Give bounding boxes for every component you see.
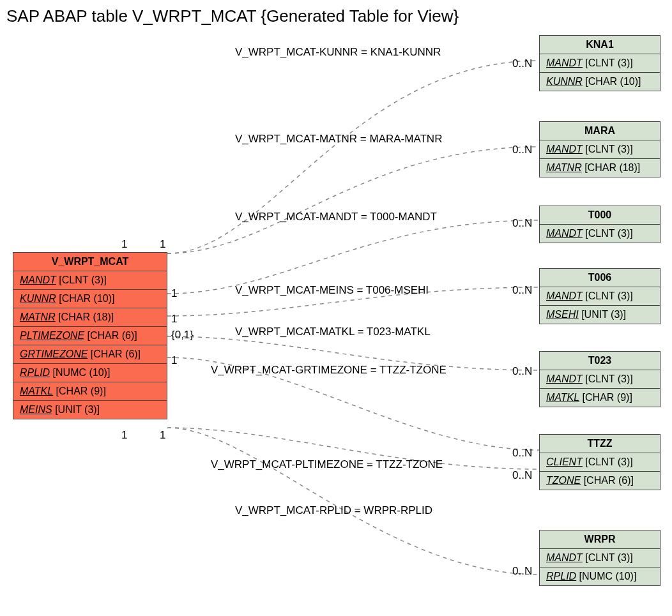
- relation-label: V_WRPT_MCAT-MANDT = T000-MANDT: [235, 211, 437, 223]
- relation-label: V_WRPT_MCAT-GRTIMEZONE = TTZZ-TZONE: [211, 364, 447, 377]
- entity-t000: T000 MANDT [CLNT (3)]: [539, 206, 661, 243]
- entity-t023: T023 MANDT [CLNT (3)] MATKL [CHAR (9)]: [539, 351, 661, 407]
- cardinality: 1: [121, 238, 127, 251]
- cardinality: 1: [171, 313, 177, 326]
- entity-field: MANDT [CLNT (3)]: [540, 287, 660, 306]
- entity-field: KUNNR [CHAR (10)]: [540, 73, 660, 91]
- entity-main-field: RPLID [NUMC (10)]: [13, 364, 167, 382]
- cardinality: 0..N: [512, 565, 532, 578]
- page-title: SAP ABAP table V_WRPT_MCAT {Generated Ta…: [6, 6, 459, 26]
- entity-ttzz: TTZZ CLIENT [CLNT (3)] TZONE [CHAR (6)]: [539, 434, 661, 490]
- cardinality: 1: [160, 238, 165, 251]
- cardinality: 1: [160, 429, 165, 442]
- relation-label: V_WRPT_MCAT-KUNNR = KNA1-KUNNR: [235, 46, 441, 59]
- entity-kna1: KNA1 MANDT [CLNT (3)] KUNNR [CHAR (10)]: [539, 35, 661, 91]
- entity-main-header: V_WRPT_MCAT: [13, 253, 167, 271]
- entity-field: RPLID [NUMC (10)]: [540, 567, 660, 585]
- entity-t006: T006 MANDT [CLNT (3)] MSEHI [UNIT (3)]: [539, 268, 661, 324]
- entity-main: V_WRPT_MCAT MANDT [CLNT (3)] KUNNR [CHAR…: [13, 252, 167, 419]
- relation-label: V_WRPT_MCAT-MEINS = T006-MSEHI: [235, 284, 429, 297]
- entity-field: MANDT [CLNT (3)]: [540, 370, 660, 389]
- cardinality: {0,1}: [171, 329, 194, 342]
- entity-field: MANDT [CLNT (3)]: [540, 549, 660, 567]
- cardinality: 1: [121, 429, 127, 442]
- entity-main-field: MEINS [UNIT (3)]: [13, 401, 167, 419]
- cardinality: 1: [171, 287, 177, 300]
- relation-label: V_WRPT_MCAT-RPLID = WRPR-RPLID: [235, 504, 432, 517]
- relation-label: V_WRPT_MCAT-MATKL = T023-MATKL: [235, 326, 431, 338]
- cardinality: 0..N: [512, 365, 532, 378]
- entity-main-field: PLTIMEZONE [CHAR (6)]: [13, 327, 167, 345]
- cardinality: 1: [171, 354, 177, 367]
- cardinality: 0..N: [512, 447, 532, 460]
- relation-label: V_WRPT_MCAT-PLTIMEZONE = TTZZ-TZONE: [211, 458, 443, 471]
- entity-wrpr: WRPR MANDT [CLNT (3)] RPLID [NUMC (10)]: [539, 530, 661, 586]
- cardinality: 0..N: [512, 217, 532, 230]
- cardinality: 0..N: [512, 144, 532, 156]
- entity-field: MSEHI [UNIT (3)]: [540, 306, 660, 324]
- entity-header: MARA: [540, 122, 660, 140]
- entity-field: TZONE [CHAR (6)]: [540, 472, 660, 490]
- entity-main-field: KUNNR [CHAR (10)]: [13, 290, 167, 308]
- entity-header: WRPR: [540, 530, 660, 549]
- entity-main-field: MANDT [CLNT (3)]: [13, 271, 167, 290]
- entity-field: CLIENT [CLNT (3)]: [540, 453, 660, 472]
- cardinality: 0..N: [512, 469, 532, 482]
- entity-field: MANDT [CLNT (3)]: [540, 54, 660, 73]
- entity-field: MATKL [CHAR (9)]: [540, 389, 660, 407]
- cardinality: 0..N: [512, 57, 532, 70]
- entity-field: MATNR [CHAR (18)]: [540, 159, 660, 177]
- entity-header: TTZZ: [540, 435, 660, 453]
- entity-mara: MARA MANDT [CLNT (3)] MATNR [CHAR (18)]: [539, 121, 661, 177]
- entity-main-field: MATKL [CHAR (9)]: [13, 382, 167, 401]
- relation-label: V_WRPT_MCAT-MATNR = MARA-MATNR: [235, 133, 442, 146]
- entity-header: T006: [540, 269, 660, 287]
- entity-header: T000: [540, 206, 660, 225]
- entity-main-field: GRTIMEZONE [CHAR (6)]: [13, 345, 167, 364]
- cardinality: 0..N: [512, 284, 532, 297]
- entity-field: MANDT [CLNT (3)]: [540, 225, 660, 243]
- entity-header: T023: [540, 352, 660, 370]
- entity-header: KNA1: [540, 36, 660, 54]
- entity-main-field: MATNR [CHAR (18)]: [13, 308, 167, 327]
- entity-field: MANDT [CLNT (3)]: [540, 140, 660, 159]
